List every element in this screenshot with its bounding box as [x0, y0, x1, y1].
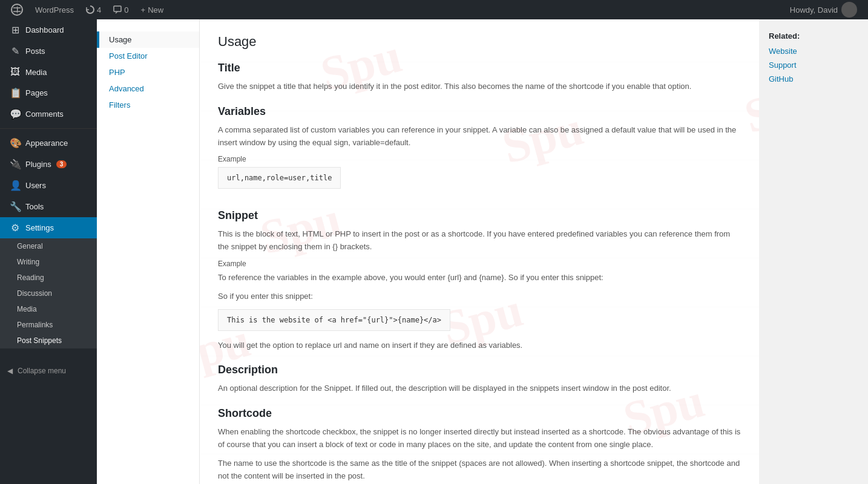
nav-filters-label: Filters: [109, 100, 130, 110]
main-content: Usage Post Editor PHP Advanced Filters S…: [97, 19, 868, 484]
updates-count: 4: [97, 5, 101, 15]
admin-sidebar: ⊞ Dashboard ✎ Posts 🖼 Media 📋 Pages 💬 Co…: [0, 19, 97, 484]
sidebar-item-appearance[interactable]: 🎨 Appearance: [0, 132, 97, 154]
sidebar-item-label: Users: [25, 181, 46, 190]
variables-code-block: url,name,role=user,title: [218, 167, 341, 189]
users-icon: 👤: [10, 180, 21, 191]
submenu-reading[interactable]: Reading: [0, 270, 97, 286]
sidebar-item-label: Settings: [25, 223, 54, 232]
submenu-discussion[interactable]: Discussion: [0, 286, 97, 301]
tools-icon: 🔧: [10, 201, 21, 212]
section-snippet-heading: Snippet: [218, 209, 741, 222]
nav-php[interactable]: PHP: [97, 64, 199, 80]
section-title-heading: Title: [218, 62, 741, 74]
appearance-icon: 🎨: [10, 137, 21, 149]
admin-bar: WordPress 4 0 + New Howdy, David: [0, 0, 868, 19]
section-shortcode-text1: When enabling the shortcode checkbox, th…: [218, 426, 741, 451]
related-github-link[interactable]: GitHub: [769, 74, 858, 83]
section-variables-heading: Variables: [218, 105, 741, 118]
nav-post-editor-label: Post Editor: [109, 51, 148, 60]
avatar: [841, 2, 857, 18]
updates-link[interactable]: 4: [80, 0, 107, 19]
user-greeting: Howdy, David: [784, 2, 863, 18]
sidebar-item-posts[interactable]: ✎ Posts: [0, 41, 97, 62]
sidebar-item-label: Plugins: [25, 160, 51, 169]
settings-submenu: General Writing Reading Discussion Media…: [0, 238, 97, 348]
submenu-writing[interactable]: Writing: [0, 254, 97, 270]
plugin-help-nav: Usage Post Editor PHP Advanced Filters: [97, 19, 200, 484]
snippet-note-text: You will get the option to replace url a…: [218, 339, 741, 352]
nav-filters[interactable]: Filters: [97, 97, 199, 113]
sidebar-item-label: Comments: [25, 110, 64, 119]
doc-page-title: Usage: [218, 34, 741, 50]
section-description-text: An optional description for the Snippet.…: [218, 382, 741, 395]
sidebar-item-plugins[interactable]: 🔌 Plugins 3: [0, 154, 97, 175]
submenu-general[interactable]: General: [0, 238, 97, 254]
site-name[interactable]: WordPress: [29, 0, 80, 19]
pages-icon: 📋: [10, 87, 21, 99]
related-title: Related:: [769, 31, 858, 41]
variables-code: url,name,role=user,title: [227, 174, 332, 182]
sidebar-item-tools[interactable]: 🔧 Tools: [0, 196, 97, 217]
snippet-code: This is the website of <a href="{url}">{…: [227, 316, 441, 324]
comments-count: 0: [124, 5, 128, 15]
snippet-intro-text: So if you enter this snippet:: [218, 290, 741, 303]
submenu-media[interactable]: Media: [0, 301, 97, 317]
plugins-badge: 3: [56, 160, 67, 168]
related-website-link[interactable]: Website: [769, 47, 858, 56]
section-snippet-text1: This is the block of text, HTML or PHP t…: [218, 228, 741, 253]
collapse-icon: ◀: [7, 367, 13, 375]
sidebar-item-label: Dashboard: [25, 25, 64, 34]
settings-icon: ⚙: [10, 222, 21, 234]
new-label: New: [148, 5, 163, 15]
sidebar-item-label: Posts: [25, 47, 45, 56]
new-content-button[interactable]: + New: [135, 0, 170, 19]
media-icon: 🖼: [10, 67, 21, 77]
collapse-menu-button[interactable]: ◀ Collapse menu: [0, 361, 97, 381]
dashboard-icon: ⊞: [10, 24, 21, 36]
variables-example-label: Example: [218, 155, 741, 163]
nav-advanced[interactable]: Advanced: [97, 80, 199, 97]
sidebar-item-label: Tools: [25, 202, 44, 211]
sidebar-item-users[interactable]: 👤 Users: [0, 175, 97, 196]
nav-usage[interactable]: Usage: [97, 31, 199, 48]
collapse-label: Collapse menu: [18, 367, 66, 375]
sidebar-item-label: Pages: [25, 88, 48, 97]
sidebar-item-media[interactable]: 🖼 Media: [0, 62, 97, 82]
section-shortcode-text2: The name to use the shortcode is the sam…: [218, 457, 741, 483]
wp-logo[interactable]: [5, 0, 29, 19]
nav-advanced-label: Advanced: [109, 84, 144, 93]
sidebar-item-label: Media: [25, 68, 47, 77]
svg-rect-1: [114, 6, 121, 11]
sidebar-item-dashboard[interactable]: ⊞ Dashboard: [0, 19, 97, 41]
related-sidebar: Related: Website Support GitHub: [759, 19, 868, 484]
section-title-text: Give the snippet a title that helps you …: [218, 80, 741, 93]
sidebar-item-label: Appearance: [25, 139, 68, 148]
section-description-heading: Description: [218, 364, 741, 376]
related-support-link[interactable]: Support: [769, 60, 858, 70]
submenu-permalinks[interactable]: Permalinks: [0, 317, 97, 333]
plugins-icon: 🔌: [10, 159, 21, 170]
nav-post-editor[interactable]: Post Editor: [97, 48, 199, 64]
site-name-label: WordPress: [35, 5, 74, 15]
doc-inner: Usage Title Give the snippet a title tha…: [218, 34, 741, 482]
snippet-example-label: Example: [218, 260, 741, 268]
section-shortcode-heading: Shortcode: [218, 407, 741, 420]
submenu-post-snippets[interactable]: Post Snippets: [0, 333, 97, 348]
sidebar-item-settings[interactable]: ⚙ Settings: [0, 217, 97, 238]
snippet-example-text: To reference the variables in the exampl…: [218, 272, 741, 284]
comments-icon: 💬: [10, 108, 21, 120]
posts-icon: ✎: [10, 45, 21, 57]
howdy-text: Howdy, David: [790, 5, 838, 15]
comments-link[interactable]: 0: [107, 0, 134, 19]
nav-usage-label: Usage: [109, 35, 132, 44]
sidebar-item-pages[interactable]: 📋 Pages: [0, 82, 97, 103]
section-variables-text: A comma separated list of custom variabl…: [218, 124, 741, 149]
doc-content-area: Spu Spu Spu Spu Spu Spu Spu Usage Title …: [200, 19, 759, 484]
nav-php-label: PHP: [109, 68, 125, 77]
sidebar-item-comments[interactable]: 💬 Comments: [0, 103, 97, 125]
snippet-code-block: This is the website of <a href="{url}">{…: [218, 309, 450, 331]
